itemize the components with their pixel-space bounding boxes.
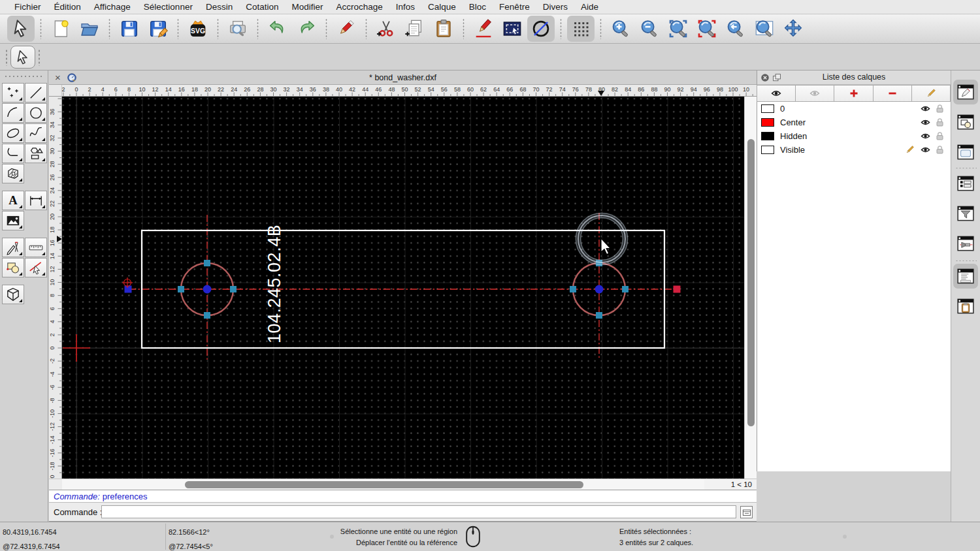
save-button[interactable]: [116, 16, 143, 42]
status-bar: 80.4319,16.7454 @72.4319,6.7454 82.1566<…: [0, 522, 980, 551]
svg-text:12: 12: [152, 86, 159, 93]
vertical-scrollbar[interactable]: [744, 97, 757, 479]
menu-aide[interactable]: Aide: [574, 2, 605, 12]
layer-visibility-icon[interactable]: [921, 104, 930, 114]
polyline-tool[interactable]: [2, 144, 24, 163]
layer-visibility-icon[interactable]: [921, 145, 930, 155]
command-history-value: preferences: [103, 492, 148, 501]
cut-button[interactable]: [372, 16, 400, 42]
line-tool[interactable]: [25, 83, 47, 102]
vertical-scrollbar-thumb[interactable]: [747, 139, 755, 426]
undock-panel-icon[interactable]: [772, 73, 781, 82]
spline-tool[interactable]: [25, 123, 47, 143]
points-tool[interactable]: [2, 83, 24, 102]
command-input[interactable]: [101, 505, 736, 518]
menu-accrochage[interactable]: Accrochage: [329, 2, 389, 12]
zoom-previous-button[interactable]: [722, 16, 749, 42]
select-arrow-button[interactable]: [7, 16, 35, 42]
ellipse-tool[interactable]: [2, 123, 24, 143]
svg-text:32: 32: [284, 86, 290, 93]
polygon-tool[interactable]: [25, 144, 47, 163]
menu-fenetre[interactable]: Fenêtre: [493, 2, 536, 12]
dimension-tool[interactable]: [25, 191, 47, 210]
edit-layer-button[interactable]: [911, 85, 951, 102]
menu-edition[interactable]: Édition: [48, 2, 88, 12]
layer-lock-icon[interactable]: [935, 145, 945, 155]
layer-row-hidden[interactable]: Hidden: [757, 129, 951, 143]
text-tool[interactable]: A: [2, 191, 24, 210]
menu-modifier[interactable]: Modifier: [285, 2, 329, 12]
measure-tool[interactable]: [25, 238, 47, 257]
layer-row-visible[interactable]: Visible: [757, 143, 951, 157]
deselect-all-button[interactable]: [527, 16, 555, 42]
svg-text:28: 28: [257, 86, 263, 93]
save-as-button[interactable]: [144, 16, 172, 42]
arc-tool[interactable]: [2, 103, 24, 123]
menu-dessin[interactable]: Dessin: [199, 2, 239, 12]
close-panel-icon[interactable]: [760, 73, 770, 82]
zoom-selected-button[interactable]: [693, 16, 721, 42]
delete-entities-button[interactable]: [333, 16, 360, 42]
new-document-button[interactable]: [47, 16, 74, 42]
horizontal-scrollbar-thumb[interactable]: [185, 481, 583, 488]
layer-row-0[interactable]: 0: [757, 102, 951, 116]
layer-row-center[interactable]: Center: [757, 116, 951, 129]
layer-lock-icon[interactable]: [935, 118, 945, 127]
menu-divers[interactable]: Divers: [536, 2, 574, 12]
library-browser-dock-button[interactable]: [953, 140, 978, 165]
mouse-icon: [465, 525, 481, 548]
clipboard-dock-button[interactable]: [953, 294, 978, 319]
layer-visibility-icon[interactable]: [921, 131, 930, 141]
zoom-out-button[interactable]: [636, 16, 663, 42]
menu-affichage[interactable]: Affichage: [88, 2, 137, 12]
paste-button[interactable]: [430, 16, 457, 42]
undo-button[interactable]: [264, 16, 291, 42]
redo-button[interactable]: [293, 16, 320, 42]
solid-3d-tool[interactable]: [2, 285, 24, 304]
layer-lock-icon[interactable]: [935, 131, 945, 141]
zoom-window-button[interactable]: [751, 16, 778, 42]
hatch-tool[interactable]: [2, 164, 24, 183]
circle-tool[interactable]: [25, 103, 47, 123]
open-file-button[interactable]: [76, 16, 103, 42]
layer-visibility-icon[interactable]: [921, 118, 930, 127]
draw-pencil-button[interactable]: [470, 16, 497, 42]
layer-lock-icon[interactable]: [935, 104, 945, 114]
hide-all-layers-button[interactable]: [795, 85, 834, 102]
select-entity-tool[interactable]: [25, 258, 47, 277]
modify-tool[interactable]: [2, 238, 24, 257]
close-document-icon[interactable]: ×: [55, 72, 61, 82]
zoom-pan-button[interactable]: [779, 16, 807, 42]
entity-list-dock-button[interactable]: [953, 171, 978, 196]
select-window-button[interactable]: [498, 16, 526, 42]
drag-handle[interactable]: [5, 49, 8, 66]
copy-button[interactable]: [401, 16, 429, 42]
select-tool-button[interactable]: [10, 46, 35, 69]
image-tool[interactable]: [2, 211, 24, 230]
menu-infos[interactable]: Infos: [389, 2, 421, 12]
menu-bloc[interactable]: Bloc: [463, 2, 493, 12]
remove-layer-button[interactable]: [873, 85, 912, 102]
svg-export-button[interactable]: SVG: [184, 16, 212, 42]
menu-selectionner[interactable]: Sélectionner: [137, 2, 199, 12]
selection-filter-dock-button[interactable]: [953, 201, 978, 226]
menu-cotation[interactable]: Cotation: [239, 2, 285, 12]
zoom-in-button[interactable]: [607, 16, 634, 42]
print-preview-button[interactable]: [224, 16, 252, 42]
layer-list-dock-button[interactable]: [953, 80, 978, 104]
drag-handle[interactable]: [38, 49, 41, 66]
show-all-layers-button[interactable]: [757, 85, 796, 102]
zoom-auto-button[interactable]: [664, 16, 692, 42]
block-list-dock-button[interactable]: [953, 110, 978, 134]
grid-toggle-button[interactable]: [567, 16, 595, 42]
projection-dock-button[interactable]: [953, 231, 978, 256]
block-tool[interactable]: [2, 258, 24, 277]
horizontal-scrollbar[interactable]: [62, 479, 704, 490]
add-layer-button[interactable]: [834, 85, 873, 102]
command-options-button[interactable]: [740, 506, 753, 518]
menu-calque[interactable]: Calque: [421, 2, 463, 12]
drawing-canvas[interactable]: 104.245.02.4B: [62, 97, 744, 479]
menu-fichier[interactable]: Fichier: [8, 2, 48, 12]
svg-text:-2: -2: [49, 358, 56, 364]
command-line-dock-button[interactable]: [953, 264, 978, 289]
